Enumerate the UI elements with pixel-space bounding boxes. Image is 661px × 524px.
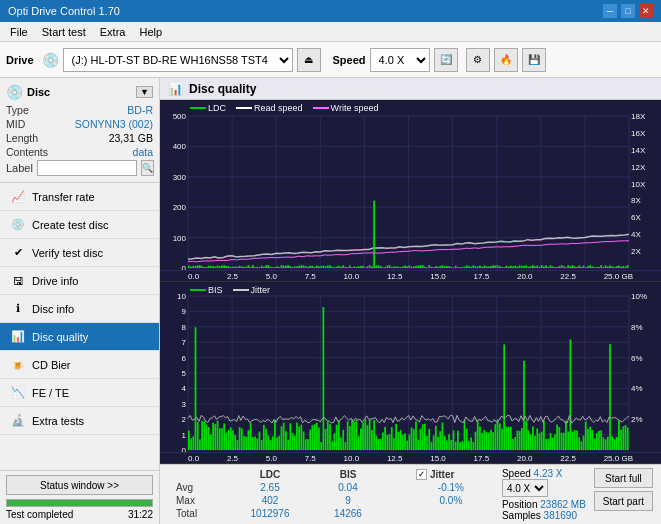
disc-quality-icon: 📊 — [10, 329, 26, 345]
speed-display-value: 4.23 X — [534, 468, 563, 479]
cd-bier-icon: 🍺 — [10, 357, 26, 373]
menu-extra[interactable]: Extra — [94, 25, 132, 39]
nav-extra-tests[interactable]: 🔬 Extra tests — [0, 407, 159, 435]
chart1-legend: LDC Read speed Write speed — [190, 103, 378, 113]
stats-avg-jitter: -0.1% — [408, 481, 494, 494]
minimize-button[interactable]: ─ — [603, 4, 617, 18]
speed-display-label: Speed — [502, 468, 534, 479]
stats-ldc-header: LDC — [227, 468, 314, 481]
nav-cd-bier-label: CD Bier — [32, 359, 71, 371]
disc-info-icon: ℹ — [10, 301, 26, 317]
legend-ldc: LDC — [190, 103, 226, 113]
jitter-color — [233, 289, 249, 291]
position-value: 23862 MB — [540, 499, 586, 510]
content-area: 📊 Disc quality LDC Read speed — [160, 78, 661, 524]
jitter-checkbox[interactable]: ✓ — [416, 469, 427, 480]
drive-icon: 💿 — [42, 52, 59, 68]
menu-bar: File Start test Extra Help — [0, 22, 661, 42]
nav-extra-tests-label: Extra tests — [32, 415, 84, 427]
progress-bar-fill — [7, 500, 152, 506]
stats-area: LDC BIS ✓ Jitter — [160, 464, 661, 524]
nav-verify-test-disc[interactable]: ✔ Verify test disc — [0, 239, 159, 267]
transfer-rate-icon: 📈 — [10, 189, 26, 205]
chart1-xaxis: 0.0 2.5 5.0 7.5 10.0 12.5 15.0 17.5 20.0… — [160, 270, 661, 282]
progress-bar-container — [6, 499, 153, 507]
speed-display-select[interactable]: 4.0 X — [502, 479, 548, 497]
status-time: 31:22 — [128, 509, 153, 520]
speed-select[interactable]: 4.0 X Max 2.0 X — [370, 48, 430, 72]
nav-fe-te[interactable]: 📉 FE / TE — [0, 379, 159, 407]
disc-quality-title: Disc quality — [189, 82, 256, 96]
bis-color — [190, 289, 206, 291]
stats-total-ldc: 1012976 — [227, 507, 314, 520]
menu-file[interactable]: File — [4, 25, 34, 39]
speed-info: Speed 4.23 X 4.0 X Position 23862 MB Sam… — [502, 468, 586, 521]
drive-label: Drive — [6, 54, 34, 66]
nav-disc-info-label: Disc info — [32, 303, 74, 315]
burn-button[interactable]: 🔥 — [494, 48, 518, 72]
menu-help[interactable]: Help — [133, 25, 168, 39]
stats-max-ldc: 402 — [227, 494, 314, 507]
nav-verify-test-disc-label: Verify test disc — [32, 247, 103, 259]
status-window-button[interactable]: Status window >> — [6, 475, 153, 495]
verify-test-disc-icon: ✔ — [10, 245, 26, 261]
position-label: Position — [502, 499, 538, 510]
chart2-canvas — [160, 282, 661, 452]
close-button[interactable]: ✕ — [639, 4, 653, 18]
stats-bis-header: BIS — [313, 468, 382, 481]
stats-total-label: Total — [168, 507, 227, 520]
drive-info-icon: 🖫 — [10, 273, 26, 289]
title-controls: ─ □ ✕ — [603, 4, 653, 18]
chart1-canvas — [160, 100, 661, 270]
disc-type-label: Type — [6, 104, 29, 116]
menu-start-test[interactable]: Start test — [36, 25, 92, 39]
chart2-xaxis: 0.0 2.5 5.0 7.5 10.0 12.5 15.0 17.5 20.0… — [160, 452, 661, 464]
disc-type-value: BD-R — [127, 104, 153, 116]
disc-contents-value: data — [133, 146, 153, 158]
settings-button[interactable]: ⚙ — [466, 48, 490, 72]
disc-mid-label: MID — [6, 118, 25, 130]
stats-avg-bis: 0.04 — [313, 481, 382, 494]
disc-icon: 💿 — [6, 84, 23, 100]
ldc-color — [190, 107, 206, 109]
write-speed-color — [313, 107, 329, 109]
disc-mid-value: SONYNN3 (002) — [75, 118, 153, 130]
start-part-button[interactable]: Start part — [594, 491, 653, 511]
disc-length-label: Length — [6, 132, 38, 144]
nav-create-test-disc[interactable]: 💿 Create test disc — [0, 211, 159, 239]
disc-quality-header: 📊 Disc quality — [160, 78, 661, 100]
eject-button[interactable]: ⏏ — [297, 48, 321, 72]
start-full-button[interactable]: Start full — [594, 468, 653, 488]
maximize-button[interactable]: □ — [621, 4, 635, 18]
save-button[interactable]: 💾 — [522, 48, 546, 72]
disc-details-btn[interactable]: ▼ — [136, 86, 153, 98]
legend-bis: BIS — [190, 285, 223, 295]
chart2-legend: BIS Jitter — [190, 285, 270, 295]
main-layout: 💿 Disc ▼ Type BD-R MID SONYNN3 (002) Len… — [0, 78, 661, 524]
nav-disc-quality[interactable]: 📊 Disc quality — [0, 323, 159, 351]
app-title: Opti Drive Control 1.70 — [8, 5, 120, 17]
nav-transfer-rate[interactable]: 📈 Transfer rate — [0, 183, 159, 211]
nav-drive-info-label: Drive info — [32, 275, 78, 287]
nav-cd-bier[interactable]: 🍺 CD Bier — [0, 351, 159, 379]
disc-label-button[interactable]: 🔍 — [141, 160, 154, 176]
speed-label: Speed — [333, 54, 366, 66]
stats-max-jitter: 0.0% — [408, 494, 494, 507]
legend-jitter: Jitter — [233, 285, 271, 295]
stats-total-bis: 14266 — [313, 507, 382, 520]
disc-label-input[interactable] — [37, 160, 137, 176]
nav-create-test-disc-label: Create test disc — [32, 219, 108, 231]
legend-write-speed: Write speed — [313, 103, 379, 113]
nav-items: 📈 Transfer rate 💿 Create test disc ✔ Ver… — [0, 183, 159, 470]
refresh-button[interactable]: 🔄 — [434, 48, 458, 72]
drive-select[interactable]: (J:) HL-DT-ST BD-RE WH16NS58 TST4 — [63, 48, 293, 72]
nav-transfer-rate-label: Transfer rate — [32, 191, 95, 203]
start-buttons: Start full Start part — [594, 468, 653, 511]
nav-disc-info[interactable]: ℹ Disc info — [0, 295, 159, 323]
read-speed-color — [236, 107, 252, 109]
nav-drive-info[interactable]: 🖫 Drive info — [0, 267, 159, 295]
disc-length-value: 23,31 GB — [109, 132, 153, 144]
sidebar: 💿 Disc ▼ Type BD-R MID SONYNN3 (002) Len… — [0, 78, 160, 524]
stats-avg-ldc: 2.65 — [227, 481, 314, 494]
nav-disc-quality-label: Disc quality — [32, 331, 88, 343]
